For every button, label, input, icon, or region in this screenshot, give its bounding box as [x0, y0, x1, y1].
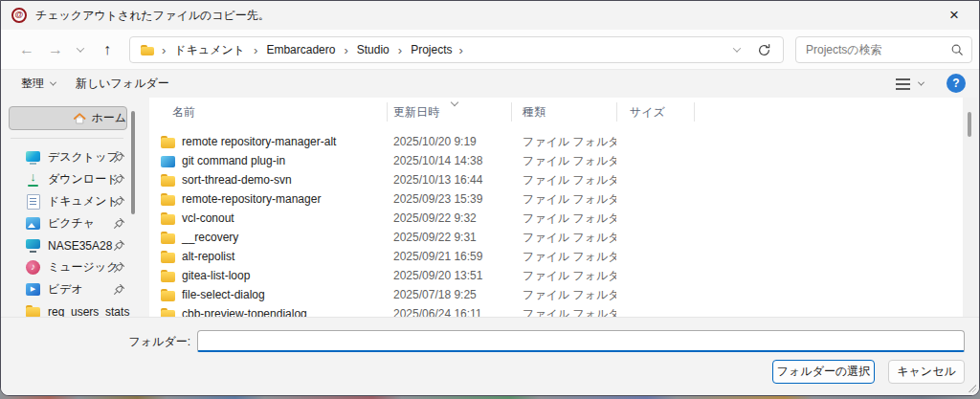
folder-field-label: フォルダー:	[1, 334, 190, 350]
table-row[interactable]: alt-repolist 2025/09/21 16:59 ファイル フォルダー	[149, 247, 965, 266]
select-folder-button[interactable]: フォルダーの選択	[772, 360, 875, 384]
address-dropdown-icon[interactable]	[733, 44, 741, 52]
close-button[interactable]: ×	[934, 1, 974, 29]
file-modified: 2025/09/23 15:39	[387, 192, 511, 206]
sidebar-item-label: ダウンロード	[48, 171, 118, 188]
file-modified: 2025/09/22 9:32	[387, 211, 511, 225]
folder-name-input[interactable]	[197, 330, 965, 352]
folder-icon	[160, 134, 176, 150]
resize-grip[interactable]	[969, 385, 976, 392]
sidebar-item-icon	[25, 237, 41, 254]
sidebar-item[interactable]: ドキュメント	[1, 190, 135, 212]
chevron-right-icon: ›	[453, 43, 470, 57]
back-button[interactable]: ←	[12, 30, 41, 70]
column-header-modified[interactable]: 更新日時	[387, 98, 511, 126]
table-row[interactable]: gitea-list-loop 2025/09/20 13:51 ファイル フォ…	[149, 266, 965, 285]
file-name: git command plug-in	[182, 154, 285, 167]
table-row[interactable]: git command plug-in 2025/10/14 14:38 ファイ…	[149, 151, 965, 170]
search-box	[795, 36, 972, 63]
sidebar-item-home[interactable]: ホーム	[9, 106, 127, 130]
sidebar-item-icon	[25, 171, 41, 188]
table-row[interactable]: cbb-preview-topendialog 2025/06/24 16:11…	[149, 304, 965, 317]
table-row[interactable]: sort-thread-demo-svn 2025/10/13 16:44 ファ…	[149, 170, 965, 189]
list-scrollbar[interactable]	[963, 98, 977, 317]
table-row[interactable]: __recovery 2025/09/22 9:31 ファイル フォルダー	[149, 228, 965, 247]
list-scrollbar-thumb[interactable]	[968, 112, 971, 137]
folder-icon	[160, 268, 176, 284]
file-type: ファイル フォルダー	[511, 172, 616, 188]
pin-icon	[113, 261, 125, 274]
folder-icon	[160, 306, 176, 318]
file-type: ファイル フォルダー	[511, 191, 616, 208]
file-modified: 2025/09/20 13:51	[387, 269, 511, 282]
file-name: sort-thread-demo-svn	[182, 173, 292, 187]
forward-button[interactable]: →	[41, 30, 70, 70]
pin-icon	[113, 283, 125, 296]
file-modified: 2025/10/14 14:38	[387, 154, 511, 167]
embarcadero-logo-icon: @	[11, 8, 27, 23]
chevron-down-icon	[918, 79, 924, 86]
sidebar-list: デスクトップ ダウンロード ドキュメント	[1, 146, 135, 322]
sidebar-item-icon	[25, 281, 41, 298]
file-type: ファイル フォルダー	[511, 134, 616, 150]
table-row[interactable]: remote repository-manager-alt 2025/10/20…	[149, 132, 965, 151]
sidebar-item[interactable]: ミュージック	[1, 256, 135, 278]
search-icon	[950, 43, 964, 56]
dialog-footer: フォルダー: フォルダーの選択 キャンセル	[1, 317, 979, 395]
table-row[interactable]: vcl-conout 2025/09/22 9:32 ファイル フォルダー	[149, 209, 965, 228]
table-row[interactable]: remote-repository-manager 2025/09/23 15:…	[149, 189, 965, 209]
history-dropdown-icon[interactable]	[71, 30, 90, 70]
sidebar-item[interactable]: デスクトップ	[1, 146, 135, 168]
sidebar-item[interactable]: ピクチャ	[1, 212, 135, 234]
navigation-bar: ← → ↑ › ドキュメント › Embarcadero › Studio › …	[1, 30, 979, 70]
breadcrumb-item[interactable]: Projects	[411, 43, 452, 56]
chevron-right-icon: ›	[247, 43, 264, 57]
chevron-down-icon	[50, 79, 56, 86]
sidebar-item[interactable]: ダウンロード	[1, 168, 135, 190]
sidebar-item-label: デスクトップ	[48, 149, 119, 166]
sidebar-item[interactable]: NASE35A28	[1, 234, 135, 256]
cancel-button[interactable]: キャンセル	[888, 360, 965, 384]
sidebar-item-icon	[25, 259, 41, 276]
sidebar-item-icon	[25, 149, 41, 166]
column-header-type[interactable]: 種類	[511, 98, 616, 126]
help-button[interactable]: ?	[947, 74, 966, 93]
chevron-right-icon: ›	[337, 43, 354, 57]
breadcrumb-item[interactable]: Studio	[357, 43, 390, 56]
pin-icon	[113, 151, 125, 164]
file-list: 名前 更新日時 種類 サイズ remote repository-manager…	[149, 98, 965, 317]
sidebar-item-label: ホーム	[91, 110, 126, 126]
titlebar[interactable]: @ チェックアウトされたファイルのコピー先。 ×	[1, 1, 979, 30]
file-rows: remote repository-manager-alt 2025/10/20…	[149, 126, 965, 317]
sidebar-item-label: ビデオ	[48, 281, 83, 298]
file-type: ファイル フォルダー	[511, 230, 616, 246]
column-headers: 名前 更新日時 種類 サイズ	[149, 98, 965, 126]
file-name: __recovery	[182, 231, 238, 244]
table-row[interactable]: file-select-dialog 2025/07/18 9:25 ファイル …	[149, 285, 965, 304]
view-options-button[interactable]	[896, 71, 924, 97]
breadcrumb-item[interactable]: Embarcadero	[266, 43, 335, 56]
pin-icon	[113, 173, 125, 186]
breadcrumb-item[interactable]: ドキュメント	[174, 42, 245, 58]
sidebar-divider	[11, 138, 123, 139]
up-button[interactable]: ↑	[95, 30, 120, 70]
file-type: ファイル フォルダー	[511, 249, 616, 265]
breadcrumb: › ドキュメント › Embarcadero › Studio › Projec…	[155, 42, 453, 58]
address-bar[interactable]: › ドキュメント › Embarcadero › Studio › Projec…	[129, 36, 784, 63]
organize-button[interactable]: 整理	[21, 71, 56, 97]
file-type: ファイル フォルダー	[511, 153, 616, 169]
sidebar-item-icon	[25, 193, 41, 210]
file-modified: 2025/10/20 9:19	[387, 135, 511, 148]
refresh-icon[interactable]	[757, 43, 771, 57]
column-header-size[interactable]: サイズ	[616, 98, 695, 126]
column-header-name[interactable]: 名前	[149, 98, 387, 126]
file-modified: 2025/09/22 9:31	[387, 231, 511, 244]
new-folder-button[interactable]: 新しいフォルダー	[76, 71, 169, 97]
search-input[interactable]	[806, 43, 950, 56]
file-type: ファイル フォルダー	[511, 306, 616, 318]
sidebar-item[interactable]: ビデオ	[1, 278, 135, 300]
folder-icon	[160, 191, 176, 208]
sort-indicator-icon	[451, 99, 458, 106]
file-name: alt-repolist	[182, 250, 234, 263]
sidebar-scrollbar[interactable]	[131, 111, 135, 214]
